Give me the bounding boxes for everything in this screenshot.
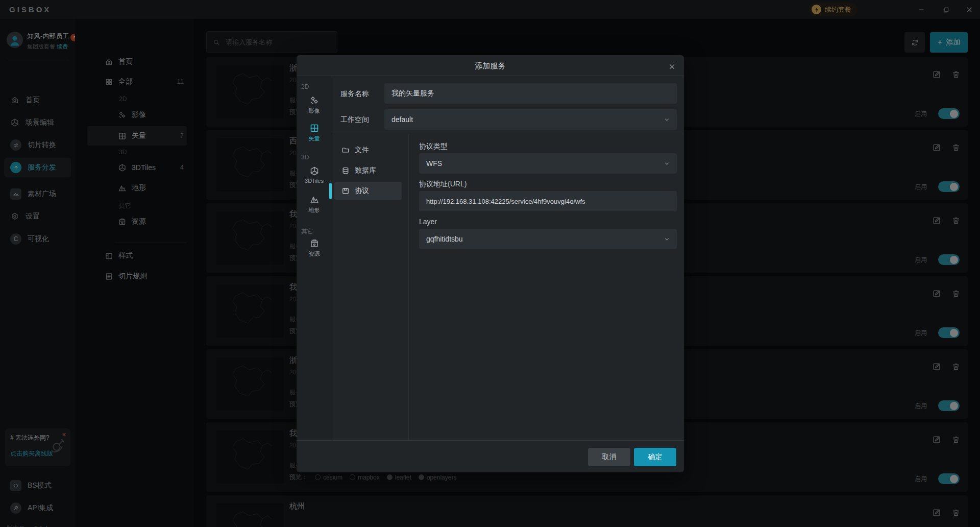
protocol-icon bbox=[341, 187, 350, 195]
dialog-section-divider bbox=[332, 134, 684, 134]
active-tab-indicator bbox=[329, 183, 332, 199]
rail-group-2d: 2D bbox=[301, 83, 309, 90]
folder-icon bbox=[341, 146, 350, 154]
terrain-icon bbox=[309, 195, 320, 205]
protocol-url-input[interactable]: http://192.168.31.108:42225/service/4hf9… bbox=[419, 191, 677, 211]
layer-select[interactable]: gqfhitidtsbu bbox=[419, 229, 677, 249]
tab-protocol[interactable]: 协议 bbox=[334, 182, 402, 200]
rail-item-vector[interactable]: 矢量 bbox=[297, 123, 332, 142]
database-icon bbox=[341, 166, 350, 175]
cube-icon bbox=[309, 166, 320, 176]
workspace-label: 工作空间 bbox=[340, 115, 369, 125]
layer-label: Layer bbox=[419, 218, 437, 226]
dialog-title: 添加服务 bbox=[297, 61, 684, 71]
modal-overlay: 添加服务 2D 影像 矢量 3D 3DTiles bbox=[0, 0, 980, 527]
confirm-button[interactable]: 确定 bbox=[634, 448, 676, 466]
service-name-input[interactable]: 我的矢量服务 bbox=[384, 83, 677, 104]
workspace-select[interactable]: default bbox=[384, 109, 677, 130]
rail-item-image[interactable]: 影像 bbox=[297, 95, 332, 115]
rail-group-other: 其它 bbox=[301, 227, 313, 236]
dialog-vertical-divider bbox=[408, 134, 409, 440]
tab-file[interactable]: 文件 bbox=[334, 141, 402, 159]
protocol-type-label: 协议类型 bbox=[419, 142, 448, 151]
rail-group-3d: 3D bbox=[301, 154, 309, 161]
dialog-type-rail: 2D 影像 矢量 3D 3DTiles 地形 其它 bbox=[297, 76, 332, 440]
add-service-dialog: 添加服务 2D 影像 矢量 3D 3DTiles bbox=[297, 55, 684, 472]
app-window: GISBOX 续约套餐 知风-内部员工 集团版套餐 续费 首页 场景编辑 bbox=[0, 0, 980, 527]
rail-item-terrain[interactable]: 地形 bbox=[297, 195, 332, 214]
dialog-close-icon[interactable] bbox=[667, 60, 677, 71]
protocol-url-label: 协议地址(URL) bbox=[419, 180, 467, 189]
box-icon bbox=[309, 238, 320, 249]
chevron-down-icon bbox=[663, 160, 671, 167]
dialog-header-divider bbox=[297, 76, 684, 76]
chevron-down-icon bbox=[663, 235, 671, 243]
rail-item-3dtiles[interactable]: 3DTiles bbox=[297, 166, 332, 184]
chevron-down-icon bbox=[663, 116, 671, 124]
cancel-button[interactable]: 取消 bbox=[588, 448, 630, 466]
service-name-label: 服务名称 bbox=[340, 89, 369, 99]
tab-database[interactable]: 数据库 bbox=[334, 161, 402, 180]
satellite-icon bbox=[309, 95, 320, 106]
rail-item-resource[interactable]: 资源 bbox=[297, 238, 332, 258]
protocol-type-select[interactable]: WFS bbox=[419, 153, 677, 174]
vector-icon bbox=[309, 123, 320, 133]
dialog-footer: 取消 确定 bbox=[297, 440, 684, 473]
